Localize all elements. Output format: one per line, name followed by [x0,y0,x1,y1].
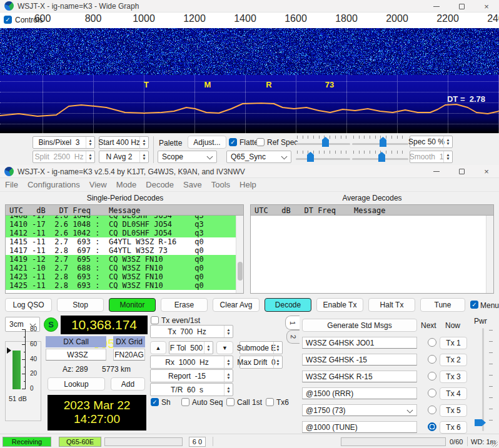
decode-row[interactable]: 1419 -12 2.7 695 : CQ W3SZ FN10 q0 [6,255,236,264]
start-freq-spinbox[interactable]: Start 400 Hz▲▼ [99,136,149,149]
scrollbar-vertical[interactable] [486,216,493,293]
pwr-slider-track[interactable] [482,328,484,431]
rx-freq-spinbox[interactable]: Rx 1000 Hz▲▼ [150,356,233,369]
rx-to-tx-button[interactable]: ▼ [216,341,233,354]
decode-row[interactable]: 1425 -11 2.8 693 : CQ W3SZ FN10 q0 [6,281,236,290]
decode-row[interactable]: 1408 -17 2.6 1048 : CQ DL0SHF JO54 q3 [6,216,236,220]
adjust-button[interactable]: Adjust... [188,136,226,149]
tune-button[interactable]: Tune [420,298,465,312]
spectrum-display[interactable]: DT = 2.78 TMR73 [0,75,499,133]
auto-seq-checkbox[interactable] [181,398,189,406]
maximize-button[interactable] [452,165,471,177]
status-indicator-button[interactable]: S [44,317,58,332]
tx-3-next-radio[interactable] [428,372,436,381]
report-spinbox[interactable]: Report -15▲▼ [150,369,233,382]
tx-4-now-button[interactable]: Tx 4 [440,387,467,400]
decode-row[interactable]: 1415 -11 2.7 693 : G4YTL W3SZ R-16 q0 [6,237,236,246]
tx-even-checkbox[interactable] [151,316,159,324]
tab-messages-1[interactable]: 1 [285,316,300,330]
close-button[interactable]: × [477,0,496,12]
call-1st-checkbox[interactable] [226,398,234,406]
scrollbar-thumb[interactable] [238,262,243,281]
tx-3-now-button[interactable]: Tx 3 [440,371,467,383]
tx-message-3-field[interactable]: W3SZ G4HSK R-15 [302,371,417,382]
tx-message-5-combobox[interactable]: @1750 (73) [302,404,417,416]
tx-to-rx-button[interactable]: ▲ [150,341,166,354]
minimize-button[interactable] [427,0,446,12]
tx-6-next-radio[interactable] [428,422,436,431]
decode-row[interactable]: 1421 -10 2.7 688 : CQ W3SZ FN10 q0 [6,264,236,272]
f-tol-spinbox[interactable]: F Tol 500▲▼ [169,341,213,354]
lookup-button[interactable]: Lookup [48,377,105,391]
stop-button[interactable]: Stop [57,298,104,312]
split-spinbox[interactable]: Split 2500 Hz▲▼ [33,151,95,163]
scrollbar-vertical[interactable] [236,216,243,293]
controls-checkbox[interactable]: ✓ [4,16,12,24]
minimize-button[interactable] [427,165,446,177]
n-avg-spinbox[interactable]: N Avg 2▲▼ [99,151,149,163]
decode-row[interactable]: 1417 -11 2.8 697 : G4YTL W3SZ 73 q0 [6,246,236,255]
smooth-spinbox[interactable]: Smooth 1▲▼ [410,151,453,163]
spec-percent-spinbox[interactable]: Spec 50 %▲▼ [410,136,453,148]
erase-button[interactable]: Erase [161,298,208,312]
clear-avg-button[interactable]: Clear Avg [213,298,260,312]
maximize-button[interactable] [452,0,471,12]
menu-help[interactable]: Help [239,180,256,189]
flatten-checkbox[interactable]: ✓ [229,138,237,146]
sh-checkbox[interactable]: ✓ [151,398,159,406]
menu-file[interactable]: File [5,180,18,189]
main-titlebar[interactable]: WSJT-X - ig-name=K3 v2.5.4 by K1JT, G4WJ… [0,165,499,178]
tx-1-next-radio[interactable] [428,338,436,347]
max-drift-spinbox[interactable]: Max Drift 0▲▼ [239,356,283,369]
monitor-button[interactable]: Monitor [109,298,156,312]
tr-period-spinbox[interactable]: T/R 60 s▲▼ [150,383,233,396]
tx-5-now-button[interactable]: Tx 5 [440,404,467,417]
waterfall-display[interactable] [0,28,499,75]
close-button[interactable]: × [477,165,496,177]
menu-view[interactable]: View [89,180,107,189]
ref-spec-checkbox[interactable] [256,138,265,146]
spectrum-gain-slider[interactable] [296,151,350,162]
tab-messages-2[interactable]: 2 [286,330,300,344]
decode-row[interactable]: 1423 -11 2.8 693 : CQ W3SZ FN10 q0 [6,272,236,281]
tx-message-4-field[interactable]: @1500 (RRR) [302,387,417,399]
wide-graph-titlebar[interactable]: WSJT-X - ig-name=K3 - Wide Graph × [0,0,499,12]
log-qso-button[interactable]: Log QSO [5,298,52,312]
scope-combobox[interactable]: Scope [158,151,217,163]
add-button[interactable]: Add [111,377,145,391]
frequency-scale[interactable]: 60080010001200140016001800200022002400 ✓… [0,12,499,28]
tx-message-6-field[interactable]: @1000 (TUNE) [302,421,417,433]
pwr-slider-handle[interactable] [475,419,486,426]
waterfall-gain-slider[interactable] [296,136,350,147]
tx-6-now-button[interactable]: Tx 6 [440,421,467,434]
dx-grid-field[interactable]: FN20AG [113,349,145,361]
submode-spinbox[interactable]: Submode E▲▼ [239,341,283,354]
tx-message-2-field[interactable]: W3SZ G4HSK -15 [302,354,417,366]
menu-configurations[interactable]: Configurations [28,180,80,189]
generate-std-msgs-button[interactable]: Generate Std Msgs [302,319,417,332]
bins-per-pixel-spinbox[interactable]: Bins/Pixel 3▲▼ [33,136,95,149]
halt-tx-button[interactable]: Halt Tx [368,298,415,312]
tx6-checkbox[interactable] [266,398,274,406]
tx-5-next-radio[interactable] [428,406,436,414]
spectrum-zero-slider[interactable] [352,151,408,162]
sync-shape-combobox[interactable]: Q65_Sync [226,151,291,163]
resize-grip[interactable] [491,441,498,447]
tx-1-now-button[interactable]: Tx 1 [440,337,467,349]
dx-call-field[interactable]: W3SZ [46,349,106,361]
menu-decode[interactable]: Decode [146,180,174,189]
decode-row[interactable]: 1412 -11 2.6 1042 : CQ DL0SHF JO54 q3 [6,229,236,237]
decode-row[interactable]: 1410 -17 2.6 1048 : CQ DL0SHF JO54 q3 [6,220,236,229]
tx-freq-spinbox[interactable]: Tx 700 Hz▲▼ [150,325,233,338]
enable-tx-button[interactable]: Enable Tx [316,298,363,312]
tx-2-now-button[interactable]: Tx 2 [440,354,467,366]
menus-checkbox[interactable]: ✓ [470,301,478,309]
menu-tools[interactable]: Tools [211,180,230,189]
decode-button[interactable]: Decode [265,298,311,312]
tx-2-next-radio[interactable] [428,355,436,364]
tx-4-next-radio[interactable] [428,389,436,397]
menu-mode[interactable]: Mode [116,180,137,189]
tx-message-1-field[interactable]: W3SZ G4HSK JO01 [302,337,417,349]
menu-save[interactable]: Save [183,180,202,189]
waterfall-zero-slider[interactable] [352,136,408,147]
